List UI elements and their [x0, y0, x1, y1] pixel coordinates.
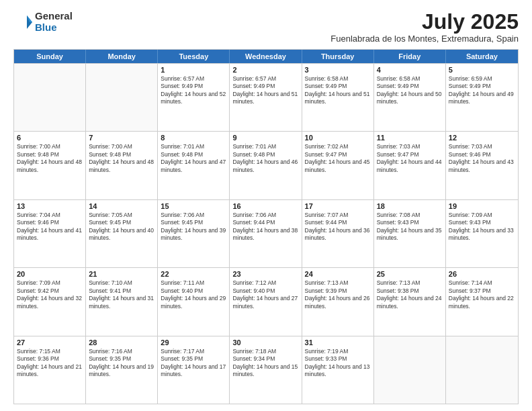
day-number: 6 [17, 134, 83, 142]
day-cell-21: 21Sunrise: 7:10 AM Sunset: 9:41 PM Dayli… [86, 268, 158, 335]
day-number: 30 [232, 338, 298, 347]
day-info: Sunrise: 7:17 AM Sunset: 9:35 PM Dayligh… [161, 348, 226, 379]
day-number: 15 [161, 202, 226, 210]
day-cell-28: 28Sunrise: 7:16 AM Sunset: 9:35 PM Dayli… [86, 336, 158, 404]
calendar-row-1: 1Sunrise: 6:57 AM Sunset: 9:49 PM Daylig… [14, 63, 518, 131]
calendar-row-5: 27Sunrise: 7:15 AM Sunset: 9:36 PM Dayli… [14, 336, 518, 404]
logo-icon [13, 13, 32, 32]
day-number: 2 [232, 66, 298, 74]
calendar-row-4: 20Sunrise: 7:09 AM Sunset: 9:42 PM Dayli… [14, 267, 518, 335]
day-cell-27: 27Sunrise: 7:15 AM Sunset: 9:36 PM Dayli… [14, 336, 86, 404]
day-cell-6: 6Sunrise: 7:00 AM Sunset: 9:48 PM Daylig… [14, 132, 86, 199]
day-cell-11: 11Sunrise: 7:03 AM Sunset: 9:47 PM Dayli… [374, 132, 446, 199]
day-number: 23 [232, 270, 298, 278]
day-cell-22: 22Sunrise: 7:11 AM Sunset: 9:40 PM Dayli… [158, 268, 230, 335]
day-info: Sunrise: 7:15 AM Sunset: 9:36 PM Dayligh… [17, 348, 83, 379]
day-info: Sunrise: 6:58 AM Sunset: 9:49 PM Dayligh… [377, 75, 443, 106]
day-cell-20: 20Sunrise: 7:09 AM Sunset: 9:42 PM Dayli… [14, 268, 86, 335]
day-cell-3: 3Sunrise: 6:58 AM Sunset: 9:49 PM Daylig… [302, 64, 374, 131]
day-info: Sunrise: 7:03 AM Sunset: 9:47 PM Dayligh… [377, 143, 443, 174]
empty-cell [446, 336, 518, 404]
day-info: Sunrise: 7:10 AM Sunset: 9:41 PM Dayligh… [89, 279, 154, 310]
day-cell-7: 7Sunrise: 7:00 AM Sunset: 9:48 PM Daylig… [86, 132, 158, 199]
day-number: 28 [89, 338, 154, 347]
day-info: Sunrise: 7:01 AM Sunset: 9:48 PM Dayligh… [161, 143, 226, 174]
day-info: Sunrise: 7:18 AM Sunset: 9:34 PM Dayligh… [232, 348, 298, 379]
day-info: Sunrise: 6:59 AM Sunset: 9:49 PM Dayligh… [449, 75, 515, 106]
day-number: 11 [377, 134, 443, 142]
day-number: 1 [161, 66, 226, 74]
day-info: Sunrise: 7:06 AM Sunset: 9:44 PM Dayligh… [232, 212, 298, 242]
day-number: 16 [232, 202, 298, 210]
header-day-monday: Monday [86, 50, 158, 63]
header-day-wednesday: Wednesday [230, 50, 302, 63]
day-info: Sunrise: 7:01 AM Sunset: 9:48 PM Dayligh… [232, 143, 298, 174]
empty-cell [374, 336, 446, 404]
day-info: Sunrise: 6:58 AM Sunset: 9:49 PM Dayligh… [305, 75, 371, 106]
day-cell-2: 2Sunrise: 6:57 AM Sunset: 9:49 PM Daylig… [230, 64, 302, 131]
day-info: Sunrise: 7:16 AM Sunset: 9:35 PM Dayligh… [89, 348, 154, 379]
day-number: 19 [449, 202, 515, 210]
day-number: 13 [17, 202, 83, 210]
header-day-friday: Friday [374, 50, 446, 63]
day-number: 14 [89, 202, 154, 210]
day-number: 22 [161, 270, 226, 278]
day-number: 5 [449, 66, 515, 74]
day-info: Sunrise: 7:06 AM Sunset: 9:45 PM Dayligh… [161, 212, 226, 242]
day-cell-8: 8Sunrise: 7:01 AM Sunset: 9:48 PM Daylig… [158, 132, 230, 199]
day-number: 10 [305, 134, 371, 142]
day-cell-5: 5Sunrise: 6:59 AM Sunset: 9:49 PM Daylig… [446, 64, 518, 131]
day-info: Sunrise: 7:14 AM Sunset: 9:37 PM Dayligh… [449, 279, 515, 310]
day-number: 26 [449, 270, 515, 278]
day-cell-15: 15Sunrise: 7:06 AM Sunset: 9:45 PM Dayli… [158, 200, 230, 267]
day-info: Sunrise: 7:02 AM Sunset: 9:47 PM Dayligh… [305, 143, 371, 174]
logo-general: General [35, 11, 73, 22]
title-month: July 2025 [330, 11, 519, 32]
day-number: 21 [89, 270, 154, 278]
day-info: Sunrise: 7:19 AM Sunset: 9:33 PM Dayligh… [305, 348, 371, 379]
day-number: 12 [449, 134, 515, 142]
empty-cell [14, 64, 86, 131]
empty-cell [86, 64, 158, 131]
calendar-row-3: 13Sunrise: 7:04 AM Sunset: 9:46 PM Dayli… [14, 199, 518, 267]
day-number: 17 [305, 202, 371, 210]
header-day-tuesday: Tuesday [158, 50, 230, 63]
day-number: 9 [232, 134, 298, 142]
day-cell-25: 25Sunrise: 7:13 AM Sunset: 9:38 PM Dayli… [374, 268, 446, 335]
day-cell-18: 18Sunrise: 7:08 AM Sunset: 9:43 PM Dayli… [374, 200, 446, 267]
header-day-sunday: Sunday [14, 50, 86, 63]
day-number: 4 [377, 66, 443, 74]
day-number: 25 [377, 270, 443, 278]
day-number: 31 [305, 338, 371, 347]
day-cell-17: 17Sunrise: 7:07 AM Sunset: 9:44 PM Dayli… [302, 200, 374, 267]
day-cell-9: 9Sunrise: 7:01 AM Sunset: 9:48 PM Daylig… [230, 132, 302, 199]
title-location: Fuenlabrada de los Montes, Extremadura, … [330, 34, 519, 44]
day-number: 8 [161, 134, 226, 142]
day-info: Sunrise: 7:09 AM Sunset: 9:43 PM Dayligh… [449, 212, 515, 242]
day-info: Sunrise: 6:57 AM Sunset: 9:49 PM Dayligh… [161, 75, 226, 106]
header-day-saturday: Saturday [446, 50, 518, 63]
calendar: SundayMondayTuesdayWednesdayThursdayFrid… [13, 49, 519, 404]
day-cell-14: 14Sunrise: 7:05 AM Sunset: 9:45 PM Dayli… [86, 200, 158, 267]
day-info: Sunrise: 7:04 AM Sunset: 9:46 PM Dayligh… [17, 212, 83, 242]
day-cell-26: 26Sunrise: 7:14 AM Sunset: 9:37 PM Dayli… [446, 268, 518, 335]
day-number: 7 [89, 134, 154, 142]
day-cell-24: 24Sunrise: 7:13 AM Sunset: 9:39 PM Dayli… [302, 268, 374, 335]
day-cell-29: 29Sunrise: 7:17 AM Sunset: 9:35 PM Dayli… [158, 336, 230, 404]
day-info: Sunrise: 7:03 AM Sunset: 9:46 PM Dayligh… [449, 143, 515, 174]
day-info: Sunrise: 7:09 AM Sunset: 9:42 PM Dayligh… [17, 279, 83, 310]
day-cell-31: 31Sunrise: 7:19 AM Sunset: 9:33 PM Dayli… [302, 336, 374, 404]
day-cell-1: 1Sunrise: 6:57 AM Sunset: 9:49 PM Daylig… [158, 64, 230, 131]
day-cell-13: 13Sunrise: 7:04 AM Sunset: 9:46 PM Dayli… [14, 200, 86, 267]
day-info: Sunrise: 7:00 AM Sunset: 9:48 PM Dayligh… [17, 143, 83, 174]
header: General Blue July 2025 Fuenlabrada de lo… [13, 11, 519, 44]
day-cell-12: 12Sunrise: 7:03 AM Sunset: 9:46 PM Dayli… [446, 132, 518, 199]
day-number: 29 [161, 338, 226, 347]
day-cell-16: 16Sunrise: 7:06 AM Sunset: 9:44 PM Dayli… [230, 200, 302, 267]
calendar-row-2: 6Sunrise: 7:00 AM Sunset: 9:48 PM Daylig… [14, 131, 518, 199]
logo-text: General Blue [35, 11, 73, 33]
calendar-body: 1Sunrise: 6:57 AM Sunset: 9:49 PM Daylig… [14, 63, 518, 404]
day-info: Sunrise: 7:11 AM Sunset: 9:40 PM Dayligh… [161, 279, 226, 310]
day-cell-30: 30Sunrise: 7:18 AM Sunset: 9:34 PM Dayli… [230, 336, 302, 404]
calendar-header: SundayMondayTuesdayWednesdayThursdayFrid… [14, 50, 518, 63]
